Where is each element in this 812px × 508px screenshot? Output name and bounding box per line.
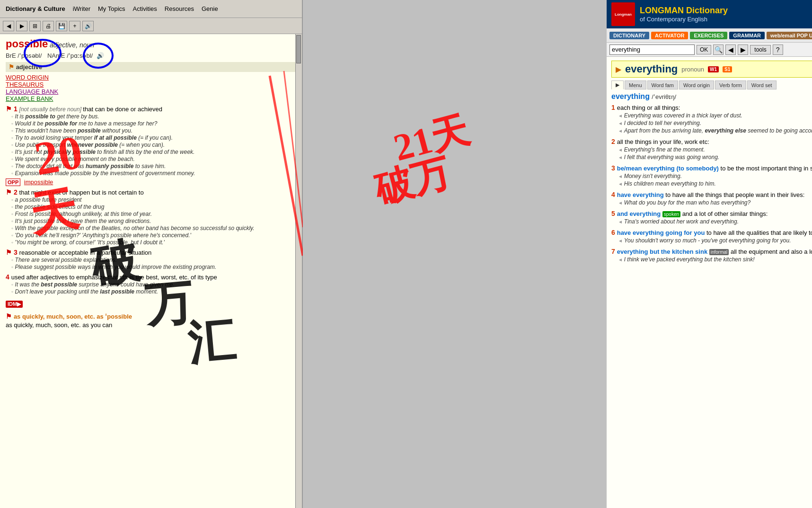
add-button[interactable]: + xyxy=(69,21,80,31)
w1-badge: W1 xyxy=(708,66,719,72)
pronunciation-bre: BrE /ˈpɒsəbl/ NAmE /ˈpɑːsəbl/ 🔊 xyxy=(6,52,296,59)
tab-word-origin[interactable]: Word origin xyxy=(679,80,714,89)
nav-grammar[interactable]: GRAMMAR xyxy=(729,32,765,39)
ldoce-search: OK 🔍 ◀ ▶ tools ? xyxy=(607,43,812,57)
nav-activator[interactable]: ACTIVATOR xyxy=(651,32,688,39)
svg-text:破万: 破万 xyxy=(370,152,455,212)
ldoce-dict-col[interactable]: ▶ everything pronoun W1 S1 ▶ Menu Word f… xyxy=(607,57,812,508)
adjective-header: ⚑ adjective xyxy=(6,62,296,72)
example-bank-link[interactable]: EXAMPLE BANK xyxy=(6,95,53,102)
ldoce-nav: DICTIONARY ACTIVATOR EXERCISES GRAMMAR w… xyxy=(607,28,812,43)
tab-audio[interactable]: ▶ xyxy=(611,80,624,89)
opp-impossible-link[interactable]: impossible xyxy=(24,178,53,186)
longman-logo: Longman xyxy=(611,2,635,26)
save-button[interactable]: 💾 xyxy=(56,21,67,31)
definition-4: 4 used after adjectives to emphasize tha… xyxy=(6,273,296,295)
word-pos: adjective, noun xyxy=(50,41,94,49)
ldoce-def-7: 7 everything but the kitchen sink inform… xyxy=(611,248,812,263)
toolbar: ◀ ▶ ⊞ 🖨 💾 + 🔊 xyxy=(0,18,302,34)
back-button[interactable]: ◀ xyxy=(3,21,14,31)
ldoce-def-5: 5 and everything spoken and a lot of oth… xyxy=(611,210,812,225)
menu-activities[interactable]: Activities xyxy=(129,4,161,14)
s1-badge: S1 xyxy=(723,66,732,72)
entry-pos: pronoun xyxy=(681,66,704,73)
dict-content[interactable]: possible adjective, noun BrE /ˈpɒsəbl/ N… xyxy=(0,34,302,508)
ldoce-def-2: 2 all the things in your life, work etc:… xyxy=(611,138,812,160)
menu-bar: Dictionary & Culture iWriter My Topics A… xyxy=(0,0,302,18)
audio-icon[interactable]: 🔊 xyxy=(97,52,104,59)
forward-button[interactable]: ▶ xyxy=(16,21,27,31)
right-panel: Longman LONGMAN Dictionary of Contempora… xyxy=(303,0,812,508)
nav-prev-button[interactable]: ◀ xyxy=(725,45,736,55)
ldoce-title: LONGMAN Dictionary of Contemporary Engli… xyxy=(640,6,728,23)
ldoce-def-4: 4 have everything to have all the things… xyxy=(611,191,812,206)
idm-label: IDM▶ xyxy=(6,301,23,308)
informal-badge: informal xyxy=(709,249,729,255)
spoken-badge: spoken xyxy=(662,211,680,217)
tools-button[interactable]: tools xyxy=(750,45,770,54)
left-panel: Dictionary & Culture iWriter My Topics A… xyxy=(0,0,303,508)
tab-word-fam[interactable]: Word fam xyxy=(647,80,678,89)
ldoce-def-6: 6 have everything going for you to have … xyxy=(611,229,812,244)
right-panel-inner: Longman LONGMAN Dictionary of Contempora… xyxy=(607,0,812,508)
menu-my-topics[interactable]: My Topics xyxy=(94,4,129,14)
svg-text:21天: 21天 xyxy=(389,108,474,169)
help-button[interactable]: ? xyxy=(773,45,783,55)
definition-1: ⚑ 1 [not usually before noun] that can b… xyxy=(6,105,296,186)
search-input[interactable] xyxy=(609,45,695,55)
language-bank-link[interactable]: LANGUAGE BANK xyxy=(6,88,58,95)
print-button[interactable]: 🖨 xyxy=(43,21,54,31)
nav-next-button[interactable]: ▶ xyxy=(738,45,748,55)
ldoce-main-area: ▶ everything pronoun W1 S1 ▶ Menu Word f… xyxy=(607,57,812,508)
menu-iwriter[interactable]: iWriter xyxy=(69,4,94,14)
entry-icon: ▶ xyxy=(616,65,621,74)
adjective-icon: ⚑ xyxy=(9,63,14,71)
tab-word-set[interactable]: Word set xyxy=(747,80,777,89)
search-ok-button[interactable]: OK xyxy=(697,45,711,54)
menu-genie[interactable]: Genie xyxy=(198,4,222,14)
entry-pronunciation: everything /ˈevriθɪŋ/ xyxy=(611,92,812,101)
ldoce-def-3: 3 be/mean everything (to somebody) to be… xyxy=(611,164,812,187)
nav-web-email[interactable]: web/email POP UP xyxy=(767,32,812,39)
search-button[interactable]: 🔍 xyxy=(713,45,724,55)
nav-dictionary[interactable]: DICTIONARY xyxy=(609,32,649,39)
thesaurus-link[interactable]: THESAURUS xyxy=(6,81,44,88)
idm-definition: ⚑ as quickly, much, soon, etc. as ˈpossi… xyxy=(6,312,296,329)
word-origin-link[interactable]: WORD ORIGIN xyxy=(6,74,49,81)
definition-3: ⚑ 3 reasonable or acceptable in a partic… xyxy=(6,249,296,270)
ldoce-def-1: 1 each thing or all things: Everything w… xyxy=(611,104,812,134)
menu-dictionary-culture[interactable]: Dictionary & Culture xyxy=(2,4,69,14)
scrollbar-thumb[interactable] xyxy=(296,35,301,63)
entry-tabs: ▶ Menu Word fam Word origin Verb form Wo… xyxy=(611,80,812,89)
menu-resources[interactable]: Resources xyxy=(161,4,198,14)
tab-menu[interactable]: Menu xyxy=(625,80,646,89)
nav-exercises[interactable]: EXERCISES xyxy=(690,32,727,39)
word-title: possible xyxy=(6,38,48,50)
ldoce-header: Longman LONGMAN Dictionary of Contempora… xyxy=(607,0,812,28)
entry-word: everything xyxy=(625,63,678,75)
tab-verb-form[interactable]: Verb form xyxy=(715,80,746,89)
definition-2: ⚑ 2 that might exist or happen but is no… xyxy=(6,188,296,246)
audio-button[interactable]: 🔊 xyxy=(82,21,94,31)
scrollbar-vertical[interactable] xyxy=(295,34,302,508)
entry-header: ▶ everything pronoun W1 S1 xyxy=(611,61,812,78)
home-button[interactable]: ⊞ xyxy=(29,21,41,31)
